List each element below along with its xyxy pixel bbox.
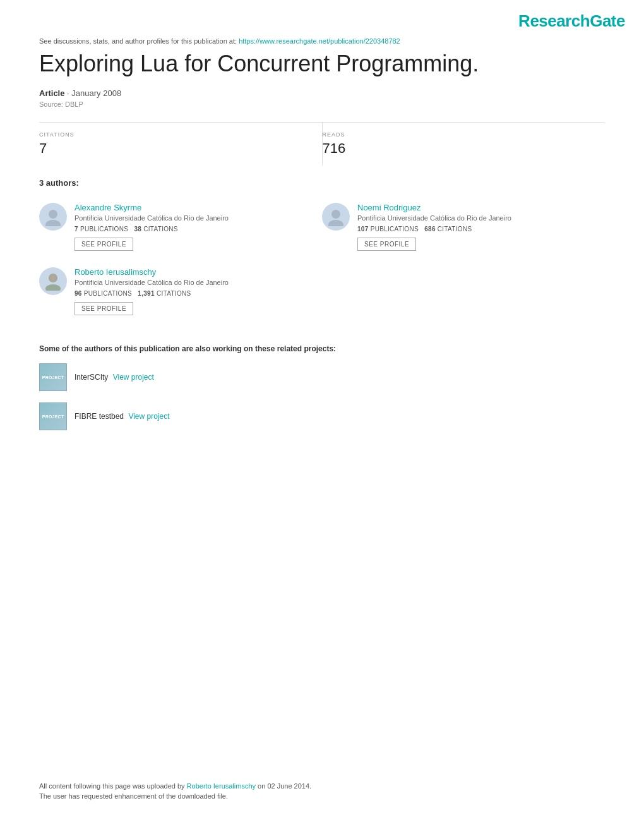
reads-value: 716 [323,140,605,157]
reads-stat: READS 716 [323,123,605,166]
authors-section: 3 authors: Alexandre Skyrme Pontificia U… [39,166,605,327]
related-heading: Some of the authors of this publication … [39,344,605,353]
top-notice: See discussions, stats, and author profi… [0,37,644,50]
svg-point-0 [49,210,57,219]
article-date: · January 2008 [67,88,121,98]
article-type: Article [39,88,64,98]
author-affiliation-2: Pontificia Universidade Católica do Rio … [75,279,322,286]
footer-author-link[interactable]: Roberto Ierusalimschy [187,782,256,790]
author-card-1: Noemi Rodriguez Pontificia Universidade … [322,198,605,262]
see-profile-button-2[interactable]: SEE PROFILE [75,302,133,315]
author-name-0[interactable]: Alexandre Skyrme [75,203,322,212]
footer-line-2: The user has requested enhancement of th… [39,792,605,800]
citations-label: CITATIONS [39,131,322,138]
svg-point-5 [45,284,61,291]
citations-stat: CITATIONS 7 [39,123,323,166]
authors-grid: Alexandre Skyrme Pontificia Universidade… [39,198,605,327]
project-link-0[interactable]: View project [113,373,154,382]
project-item-0: Project InterSCIty View project [39,363,605,391]
svg-point-1 [45,220,61,226]
header: ResearchGate [0,0,644,37]
project-name-0: InterSCIty [75,373,108,382]
avatar-0 [39,203,67,231]
project-item-1: Project FIBRE testbed View project [39,402,605,430]
stats-row: CITATIONS 7 READS 716 [39,122,605,166]
notice-text: See discussions, stats, and author profi… [39,37,239,45]
reads-label: READS [323,131,605,138]
author-stats-2: 96 PUBLICATIONS 1,391 CITATIONS [75,290,322,297]
see-profile-button-0[interactable]: SEE PROFILE [75,238,133,251]
author-info-2: Roberto Ierusalimschy Pontificia Univers… [75,267,322,315]
author-affiliation-1: Pontificia Universidade Católica do Rio … [357,214,605,222]
footer-line-1: All content following this page was uplo… [39,782,605,790]
author-name-2[interactable]: Roberto Ierusalimschy [75,267,322,277]
publication-link[interactable]: https://www.researchgate.net/publication… [239,37,400,45]
author-info-0: Alexandre Skyrme Pontificia Universidade… [75,203,322,251]
author-card-0: Alexandre Skyrme Pontificia Universidade… [39,198,322,262]
author-stats-1: 107 PUBLICATIONS 686 CITATIONS [357,226,605,233]
svg-point-2 [331,210,340,219]
project-label-1: FIBRE testbed View project [75,412,170,421]
project-label-0: InterSCIty View project [75,373,154,382]
author-name-1[interactable]: Noemi Rodriguez [357,203,605,212]
authors-heading: 3 authors: [39,178,605,188]
citations-value: 7 [39,140,322,157]
related-section: Some of the authors of this publication … [39,344,605,430]
see-profile-button-1[interactable]: SEE PROFILE [357,238,416,251]
project-thumb-1: Project [39,402,67,430]
footer: All content following this page was uplo… [39,782,605,802]
project-link-1[interactable]: View project [128,412,169,421]
author-info-1: Noemi Rodriguez Pontificia Universidade … [357,203,605,251]
author-card-2: Roberto Ierusalimschy Pontificia Univers… [39,262,322,327]
project-thumb-0: Project [39,363,67,391]
avatar-2 [39,267,67,295]
article-source: Source: DBLP [39,100,605,108]
project-name-1: FIBRE testbed [75,412,124,421]
author-stats-0: 7 PUBLICATIONS 38 CITATIONS [75,226,322,233]
brand-logo: ResearchGate [518,11,625,31]
svg-point-6 [49,274,57,282]
svg-point-3 [328,220,343,226]
author-affiliation-0: Pontificia Universidade Católica do Rio … [75,214,322,222]
avatar-1 [322,203,350,231]
main-content: Exploring Lua for Concurrent Programming… [0,50,644,430]
article-title: Exploring Lua for Concurrent Programming… [39,50,605,77]
article-meta: Article · January 2008 [39,88,605,98]
